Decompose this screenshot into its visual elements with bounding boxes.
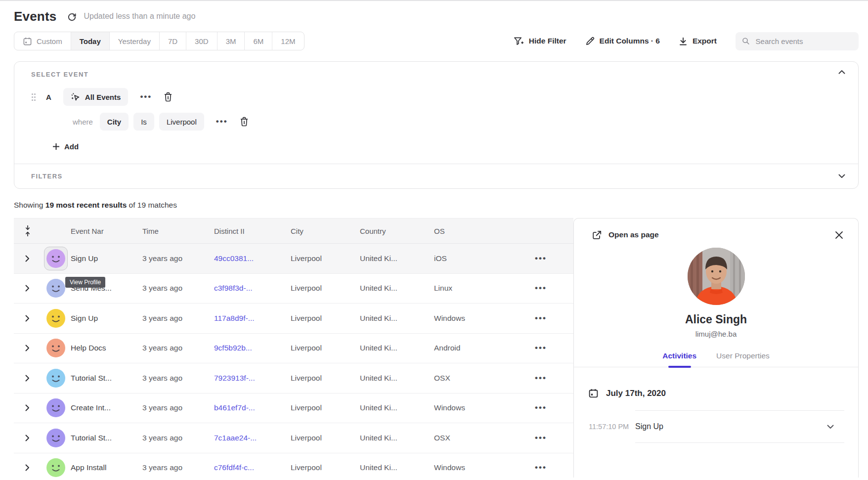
row-more-button[interactable]: •••	[535, 344, 547, 352]
expand-row-button[interactable]	[14, 435, 41, 441]
avatar-frame	[44, 336, 68, 360]
row-more-button[interactable]: •••	[535, 314, 547, 323]
activity-event-card[interactable]: Sign Up	[635, 410, 844, 443]
row-more-button[interactable]: •••	[535, 403, 547, 412]
add-clause-button[interactable]: Add	[52, 142, 846, 151]
hide-filter-button[interactable]: Hide Filter	[514, 36, 566, 46]
cell-country: United Ki...	[360, 254, 434, 263]
events-table: Event Nar Time Distinct II City Country …	[14, 218, 573, 478]
avatar-face-icon	[46, 369, 65, 388]
export-button[interactable]: Export	[679, 37, 717, 46]
expand-row-button[interactable]	[14, 404, 41, 411]
tab-yesterday[interactable]: Yesterday	[110, 32, 160, 50]
pencil-icon	[585, 37, 595, 46]
filters-section[interactable]: FILTERS	[14, 164, 858, 188]
value-pill[interactable]: Liverpool	[159, 113, 204, 131]
expand-row-button[interactable]	[14, 464, 41, 471]
avatar-face-icon	[46, 458, 65, 477]
tab-activities[interactable]: Activities	[662, 351, 696, 367]
avatar[interactable]	[46, 458, 65, 477]
operator-pill[interactable]: Is	[133, 113, 154, 131]
row-more-button[interactable]: •••	[535, 254, 547, 263]
avatar[interactable]	[46, 249, 65, 268]
expand-row-button[interactable]	[14, 315, 41, 322]
row-more-button[interactable]: •••	[535, 463, 547, 472]
tab-6m[interactable]: 6M	[245, 32, 272, 50]
expand-row-button[interactable]	[14, 255, 41, 262]
more-dots-icon: •••	[535, 343, 547, 352]
col-country[interactable]: Country	[360, 227, 434, 235]
cell-time: 3 years ago	[142, 314, 214, 323]
cell-city: Liverpool	[291, 344, 360, 352]
filter-plus-icon	[514, 36, 524, 46]
avatar[interactable]	[46, 339, 65, 357]
cell-distinct-id-link[interactable]: 117a8d9f-...	[214, 314, 291, 323]
table-row: Tutorial St... 3 years ago 7923913f-... …	[14, 363, 573, 393]
tab-custom[interactable]: Custom	[14, 32, 71, 50]
open-as-page-button[interactable]: Open as page	[592, 230, 659, 240]
cell-distinct-id-link[interactable]: 7923913f-...	[214, 374, 291, 383]
select-event-section: SELECT EVENT A	[14, 62, 858, 164]
tab-label: 12M	[281, 37, 295, 45]
activity-event-label: Sign Up	[635, 422, 663, 431]
profile-panel: Open as page	[573, 218, 859, 478]
cell-city: Liverpool	[291, 374, 360, 383]
collapse-rows-button[interactable]	[14, 225, 41, 237]
avatar[interactable]	[46, 429, 65, 447]
cell-city: Liverpool	[291, 403, 360, 412]
profile-name: Alice Singh	[574, 313, 858, 326]
col-time[interactable]: Time	[142, 227, 214, 235]
tab-30d[interactable]: 30D	[186, 32, 217, 50]
drag-handle[interactable]	[31, 93, 36, 101]
event-more-button[interactable]: •••	[140, 94, 152, 99]
col-city[interactable]: City	[291, 227, 360, 235]
expand-row-button[interactable]	[14, 375, 41, 382]
tab-today[interactable]: Today	[71, 32, 110, 50]
close-panel-button[interactable]	[835, 231, 843, 239]
delete-event-button[interactable]	[164, 92, 173, 102]
avatar[interactable]	[46, 398, 65, 417]
chevron-down-icon	[827, 425, 834, 429]
cell-distinct-id-link[interactable]: 9cf5b92b...	[214, 344, 291, 352]
activity-row: 11:57:10 PM Sign Up	[574, 410, 858, 443]
edit-columns-button[interactable]: Edit Columns · 6	[585, 37, 660, 46]
collapse-section-button[interactable]	[838, 70, 845, 74]
row-more-button[interactable]: •••	[535, 434, 547, 442]
event-selector-pill[interactable]: All Events	[63, 88, 129, 106]
avatar[interactable]	[46, 369, 65, 388]
property-pill[interactable]: City	[100, 113, 129, 131]
refresh-button[interactable]	[67, 12, 77, 21]
col-os[interactable]: OS	[434, 227, 508, 235]
row-more-button[interactable]: •••	[535, 284, 547, 293]
cell-event-name: Help Docs	[71, 344, 142, 352]
cell-distinct-id-link[interactable]: 49cc0381...	[214, 254, 291, 263]
search-box[interactable]	[736, 32, 859, 50]
results-summary: Showing 19 most recent results of 19 mat…	[14, 201, 859, 210]
avatar-frame	[44, 247, 68, 270]
delete-where-button[interactable]	[240, 117, 249, 127]
edit-columns-label: Edit Columns · 6	[600, 37, 660, 45]
cell-distinct-id-link[interactable]: c76fdf4f-c...	[214, 463, 291, 472]
chevron-right-icon	[25, 315, 30, 322]
avatar-frame	[44, 456, 68, 478]
expand-row-button[interactable]	[14, 345, 41, 351]
tab-12m[interactable]: 12M	[272, 32, 304, 50]
where-more-button[interactable]: •••	[216, 119, 228, 124]
tab-3m[interactable]: 3M	[217, 32, 245, 50]
tab-user-properties[interactable]: User Properties	[716, 351, 770, 367]
avatar[interactable]	[46, 279, 65, 298]
avatar-face-icon	[46, 309, 65, 328]
cell-distinct-id-link[interactable]: c3f98f3d-...	[214, 284, 291, 293]
filters-label: FILTERS	[31, 173, 63, 180]
cell-distinct-id-link[interactable]: b461ef7d-...	[214, 403, 291, 412]
tab-7d[interactable]: 7D	[160, 32, 186, 50]
activity-time: 11:57:10 PM	[589, 410, 635, 443]
expand-row-button[interactable]	[14, 285, 41, 292]
col-event-name[interactable]: Event Nar	[71, 227, 142, 235]
avatar[interactable]	[46, 309, 65, 328]
col-distinct-id[interactable]: Distinct II	[214, 227, 291, 235]
cell-distinct-id-link[interactable]: 7c1aae24-...	[214, 434, 291, 442]
search-input[interactable]	[755, 37, 852, 46]
row-more-button[interactable]: •••	[535, 374, 547, 383]
more-dots-icon: •••	[535, 313, 547, 323]
